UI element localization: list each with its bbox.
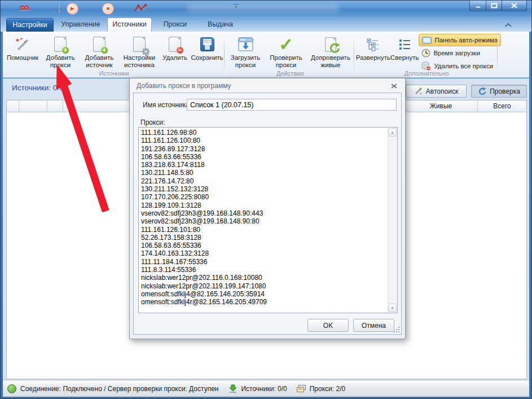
tree-expand-icon (366, 34, 380, 54)
qat-separator (59, 4, 59, 13)
status-bar: Соединение: Подключено / Сервер проверки… (3, 380, 529, 397)
delete-label: Удалить (162, 54, 187, 62)
svg-text:★: ★ (419, 92, 422, 95)
ribbon-separator (224, 34, 225, 75)
expand-button[interactable]: Развернуть (356, 33, 390, 62)
cancel-button[interactable]: Отмена (353, 319, 394, 332)
group-label-extra: Дополнительно (356, 70, 497, 77)
graph-icon (134, 3, 147, 14)
document-add-icon: + (93, 34, 105, 54)
refresh-icon (478, 87, 486, 95)
check-icon: ✓ (279, 34, 293, 54)
column-header-alive[interactable]: Живые (405, 100, 478, 112)
list-collapse-icon (397, 34, 412, 54)
tab-vydacha[interactable]: Выдача (199, 18, 242, 32)
recheck-alive-button[interactable]: Допроверить живые (307, 33, 354, 68)
play-button[interactable]: ▶ (67, 3, 78, 15)
scroll-down-button[interactable]: ▼ (388, 304, 397, 312)
proxy-status-text: Прокси: 2/0 (310, 385, 345, 393)
dialog-close-icon[interactable] (391, 84, 398, 89)
minimize-icon (475, 3, 481, 8)
tab-proksi[interactable]: Прокси (153, 18, 197, 32)
add-proxy-label: Добавить прокси (41, 54, 80, 68)
window-title-blurred (187, 4, 339, 12)
ribbon-collapse-button[interactable] (504, 23, 512, 28)
stop-icon: ■ (107, 6, 109, 11)
scroll-up-button[interactable]: ▲ (388, 128, 397, 137)
column-header-empty[interactable] (47, 100, 63, 112)
maximize-button[interactable] (486, 1, 502, 11)
collapse-label: Свернуть (390, 54, 419, 62)
titlebar: ∞ ▶ ■ ▾ (1, 1, 531, 16)
tab-nastroyki[interactable]: Настройки (6, 18, 54, 32)
source-name-input[interactable] (187, 99, 397, 111)
stop-button[interactable]: ■ (102, 3, 114, 15)
proxy-status-icon (296, 384, 306, 393)
ribbon-group-extra: Развернуть Свернуть Панель авто-режима (356, 33, 497, 77)
load-proxy-label: Загрузить прокси (226, 54, 265, 68)
app-window: ∞ ▶ ■ ▾ Настройки Управление (0, 0, 532, 399)
source-name-label: Имя источника (143, 101, 190, 109)
column-header-total[interactable]: Всего (478, 100, 526, 112)
close-button[interactable] (502, 1, 527, 11)
helper-button[interactable]: ★★★ Помощник (4, 33, 41, 62)
autosearch-button[interactable]: ★ Автопоиск (406, 85, 467, 98)
clock-icon (421, 49, 430, 58)
ok-button[interactable]: OK (307, 319, 349, 332)
check-proxy-label: Проверить прокси (265, 54, 307, 68)
floppy-disk-icon (200, 34, 214, 54)
tab-upravlenie[interactable]: Управление (56, 18, 105, 32)
connection-status-text: Соединение: Подключено / Сервер проверки… (20, 385, 218, 393)
save-button[interactable]: Сохранить (190, 33, 224, 62)
sources-counter: Источники: 0/0 (12, 84, 63, 92)
proxy-list-text: 111.161.126.98:80 111.161.126.100:80 191… (141, 129, 385, 312)
ribbon-group-actions: Загрузить прокси ✓ Проверить прокси Допр… (226, 33, 354, 77)
database-remove-icon (421, 62, 431, 71)
arrow-up-icon: ▲ (390, 130, 394, 134)
proxy-list-box[interactable]: 111.161.126.98:80 111.161.126.100:80 191… (138, 127, 398, 313)
collapse-button[interactable]: Свернуть (390, 33, 419, 62)
load-time-button[interactable]: Время загрузки (419, 47, 501, 59)
arrow-down-icon: ▼ (390, 306, 394, 310)
graph-button[interactable] (134, 3, 147, 16)
svg-text:★: ★ (15, 37, 20, 43)
magic-wand-icon: ★★★ (14, 34, 31, 54)
window-controls (469, 1, 527, 11)
save-label: Сохранить (191, 54, 223, 62)
sources-status-text: Источники: 0/0 (241, 385, 287, 393)
add-proxy-button[interactable]: + Добавить прокси (41, 33, 80, 68)
connection-status-icon (7, 384, 16, 393)
dialog-title: Добавить прокси в программу (137, 82, 231, 90)
ribbon-separator (354, 34, 354, 75)
ribbon-separator (497, 34, 498, 75)
resize-grip[interactable] (393, 326, 400, 333)
autosearch-wand-icon: ★ (414, 87, 423, 95)
check-proxy-button[interactable]: ✓ Проверить прокси (265, 33, 307, 68)
vertical-scrollbar[interactable]: ▲ ▼ (388, 128, 397, 312)
load-proxy-button[interactable]: Загрузить прокси (226, 33, 265, 68)
recheck-alive-label: Допроверить живые (307, 54, 354, 68)
document-gear-icon (133, 34, 146, 54)
add-source-label: Добавить источник (80, 54, 119, 68)
column-header-empty[interactable] (19, 100, 47, 112)
dialog-body: Имя источника Прокси: 111.161.126.98:80 … (133, 93, 402, 335)
check-tab-button[interactable]: Проверка (471, 85, 527, 98)
document-remove-icon: − (169, 34, 181, 54)
ribbon: ★★★ Помощник + Добавить прокси + Добавит… (3, 32, 529, 78)
check-tab-label: Проверка (490, 87, 520, 95)
add-source-button[interactable]: + Добавить источник (80, 33, 119, 68)
ribbon-group-sources: ★★★ Помощник + Добавить прокси + Добавит… (4, 33, 224, 77)
group-label-actions: Действия (226, 70, 354, 77)
auto-mode-panel-button[interactable]: Панель авто-режима (419, 34, 501, 46)
ribbon-tab-bar: Настройки Управление Источники Прокси Вы… (1, 16, 531, 32)
svg-text:★: ★ (20, 37, 23, 41)
helper-label: Помощник (7, 54, 38, 62)
extra-buttons-stack: Панель авто-режима Время загрузки Удалит… (419, 33, 501, 73)
column-header-empty[interactable] (7, 100, 19, 112)
svg-text:★: ★ (24, 40, 27, 43)
tab-istochniki[interactable]: Источники (107, 17, 152, 32)
source-settings-button[interactable]: Настройки источника (119, 33, 160, 68)
delete-button[interactable]: − Удалить (160, 33, 190, 62)
minimize-button[interactable] (469, 1, 486, 11)
document-refresh-icon (325, 34, 336, 54)
